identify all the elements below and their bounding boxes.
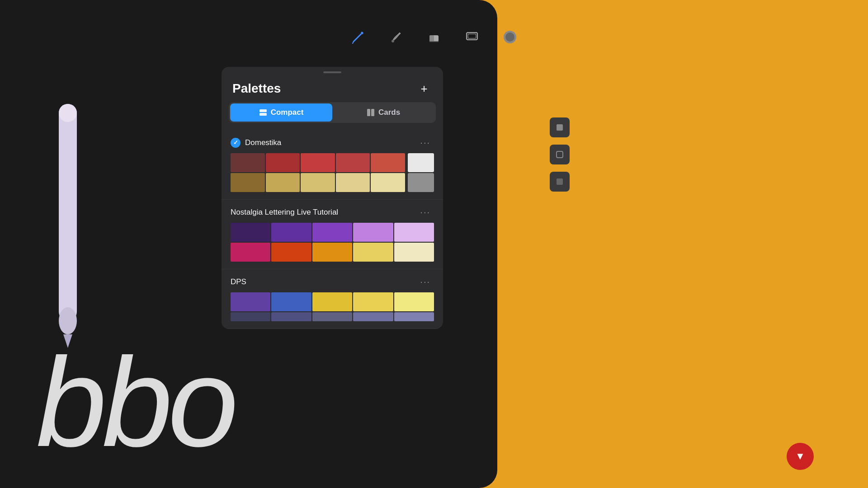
svg-rect-8 xyxy=(468,34,476,38)
palette-item-nostalgia: Nostalgia Lettering Live Tutorial ··· xyxy=(222,200,443,269)
palette-dps-name-row: DPS xyxy=(231,277,246,286)
cards-tab[interactable]: Cards xyxy=(332,103,434,122)
pen-tool-button[interactable] xyxy=(348,27,368,47)
view-tab-switcher: Compact Cards xyxy=(229,102,436,123)
palette-nostalgia-name: Nostalgia Lettering Live Tutorial xyxy=(231,208,338,217)
swatch-cell[interactable] xyxy=(336,173,370,192)
sidebar-icon-3 xyxy=(555,177,564,186)
dps-row-1 xyxy=(231,292,434,311)
swatch-cell[interactable] xyxy=(231,173,265,192)
compact-icon xyxy=(259,108,267,117)
watermark-icon: ▼ xyxy=(795,450,805,462)
svg-marker-14 xyxy=(63,334,72,348)
panel-header: Palettes + xyxy=(222,73,443,102)
domestika-row-2 xyxy=(231,173,405,192)
swatch-cell[interactable] xyxy=(271,292,311,311)
swatch-cell[interactable] xyxy=(231,312,270,321)
toolbar xyxy=(348,27,520,47)
swatch-cell[interactable] xyxy=(353,312,393,321)
palette-nostalgia-header: Nostalgia Lettering Live Tutorial ··· xyxy=(231,205,434,219)
swatch-cell[interactable] xyxy=(371,173,405,192)
domestika-color-grid xyxy=(231,153,405,192)
sidebar-tool-3[interactable] xyxy=(550,172,570,192)
palette-domestika-header: Domestika ··· xyxy=(231,136,434,150)
swatch-cell[interactable] xyxy=(312,243,352,262)
domestika-accent-swatches xyxy=(408,153,434,192)
nostalgia-row-1 xyxy=(231,223,434,242)
sidebar-icon-1 xyxy=(555,123,564,132)
svg-rect-16 xyxy=(259,113,267,116)
swatch-cell[interactable] xyxy=(394,223,434,242)
dps-row-2 xyxy=(231,312,434,321)
swatch-cell[interactable] xyxy=(266,173,300,192)
swatch-cell[interactable] xyxy=(353,243,393,262)
swatch-cell[interactable] xyxy=(231,292,270,311)
swatch-cell[interactable] xyxy=(371,153,405,172)
svg-line-2 xyxy=(353,42,354,43)
swatch-cell[interactable] xyxy=(394,243,434,262)
sidebar-icon-2 xyxy=(555,150,564,159)
swatch-cell[interactable] xyxy=(353,292,393,311)
svg-rect-20 xyxy=(557,151,563,158)
swatch-cell[interactable] xyxy=(394,292,434,311)
svg-point-3 xyxy=(392,40,394,42)
palette-domestika-more-button[interactable]: ··· xyxy=(416,136,434,150)
swatch-cell[interactable] xyxy=(231,153,265,172)
add-palette-button[interactable]: + xyxy=(416,80,432,97)
domestika-accent-dark[interactable] xyxy=(408,173,434,192)
palette-dps-more-button[interactable]: ··· xyxy=(416,275,434,289)
domestika-accent-light[interactable] xyxy=(408,153,434,172)
nostalgia-color-grid xyxy=(231,223,434,262)
watermark-badge: ▼ xyxy=(787,443,814,470)
svg-point-10 xyxy=(505,33,514,42)
nostalgia-row-2 xyxy=(231,243,434,262)
palette-item-domestika: Domestika ··· xyxy=(222,130,443,200)
swatch-cell[interactable] xyxy=(266,153,300,172)
swatch-cell[interactable] xyxy=(312,312,352,321)
cards-icon xyxy=(367,108,375,117)
svg-rect-5 xyxy=(429,35,434,42)
right-sidebar xyxy=(550,117,570,192)
palette-active-check xyxy=(231,138,241,148)
svg-rect-19 xyxy=(557,124,563,131)
color-picker-button[interactable] xyxy=(500,27,520,47)
palette-dps-header: DPS ··· xyxy=(231,275,434,289)
svg-rect-17 xyxy=(367,109,370,116)
orange-background xyxy=(497,0,868,488)
palette-dps-name: DPS xyxy=(231,277,246,286)
dps-color-grid xyxy=(231,292,434,321)
palette-domestika-name: Domestika xyxy=(245,138,281,147)
swatch-cell[interactable] xyxy=(271,312,311,321)
swatch-cell[interactable] xyxy=(301,153,335,172)
swatch-cell[interactable] xyxy=(312,292,352,311)
svg-line-0 xyxy=(354,33,363,42)
svg-rect-18 xyxy=(371,109,374,116)
svg-rect-21 xyxy=(557,178,563,185)
palette-nostalgia-more-button[interactable]: ··· xyxy=(416,205,434,219)
eraser-tool-button[interactable] xyxy=(424,27,444,47)
stylus-illustration xyxy=(27,90,108,363)
swatch-cell[interactable] xyxy=(312,223,352,242)
swatch-cell[interactable] xyxy=(231,223,270,242)
palette-nostalgia-name-row: Nostalgia Lettering Live Tutorial xyxy=(231,208,338,217)
swatch-cell[interactable] xyxy=(271,243,311,262)
svg-rect-12 xyxy=(59,104,77,122)
palette-domestika-swatches xyxy=(231,153,434,192)
svg-rect-11 xyxy=(59,104,77,321)
palette-list: Domestika ··· xyxy=(222,130,443,329)
brush-tool-button[interactable] xyxy=(386,27,406,47)
svg-rect-15 xyxy=(259,109,267,112)
swatch-cell[interactable] xyxy=(336,153,370,172)
sidebar-tool-2[interactable] xyxy=(550,145,570,164)
swatch-cell[interactable] xyxy=(231,243,270,262)
panel-title: Palettes xyxy=(232,81,281,96)
compact-tab[interactable]: Compact xyxy=(230,103,332,122)
layers-button[interactable] xyxy=(462,27,482,47)
sidebar-tool-1[interactable] xyxy=(550,117,570,137)
domestika-row-1 xyxy=(231,153,405,172)
swatch-cell[interactable] xyxy=(353,223,393,242)
svg-point-13 xyxy=(59,307,77,334)
swatch-cell[interactable] xyxy=(301,173,335,192)
swatch-cell[interactable] xyxy=(394,312,434,321)
swatch-cell[interactable] xyxy=(271,223,311,242)
